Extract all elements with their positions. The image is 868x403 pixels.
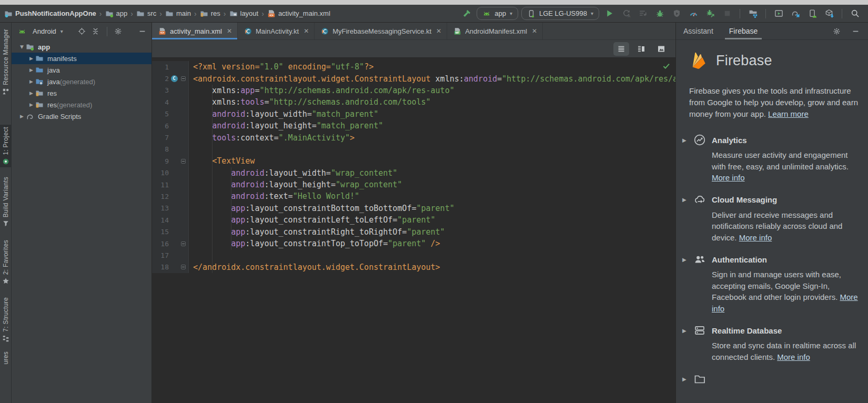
strip-project-icon <box>2 158 9 165</box>
editor-tab-label: MyFirebaseMessagingService.kt <box>332 27 431 35</box>
tool-window-button-7-structure[interactable]: 7: Structure <box>0 295 11 344</box>
gear-icon[interactable] <box>113 26 124 37</box>
firebase-section-header[interactable]: ▶Authentication <box>682 254 868 265</box>
breadcrumb-item[interactable]: main <box>165 9 191 18</box>
tree-expand-arrow-icon[interactable]: ▼ <box>18 44 26 49</box>
debug-button[interactable] <box>653 7 667 20</box>
gradle-sync-button[interactable] <box>789 7 802 20</box>
breadcrumb-item[interactable]: layout <box>229 9 259 18</box>
tool-window-button-build-variants[interactable]: Build Variants <box>0 175 11 229</box>
code-view-button[interactable] <box>613 42 629 56</box>
code-fold-icon[interactable] <box>181 265 186 269</box>
tree-expand-arrow-icon[interactable]: ▶ <box>27 90 35 96</box>
firebase-section-header[interactable]: ▶ <box>682 373 868 385</box>
tree-row-gradle-scripts[interactable]: ▶Gradle Scripts <box>12 110 152 122</box>
more-info-link[interactable]: More info <box>712 173 745 182</box>
firebase-flame-icon <box>689 51 709 70</box>
locate-file-icon[interactable] <box>77 26 87 37</box>
device-select[interactable]: LGE LG-US998▾ <box>521 7 599 20</box>
firebase-section-header[interactable]: ▶Analytics <box>682 134 868 146</box>
tree-expand-arrow-icon[interactable]: ▶ <box>27 56 35 61</box>
code-text: app:layout_constraintLeft_toLeftOf="pare… <box>189 215 436 225</box>
firebase-section-analytics: ▶AnalyticsMeasure user activity and enga… <box>676 134 868 184</box>
tree-expand-arrow-icon[interactable]: ▶ <box>27 102 35 107</box>
panel-tab-assistant[interactable]: Assistant <box>682 23 714 39</box>
build-hammer-button[interactable] <box>460 7 473 20</box>
breadcrumb-item[interactable]: res <box>200 9 220 18</box>
tree-row-java[interactable]: ▶java (generated) <box>12 76 152 87</box>
tree-label: app <box>38 43 50 51</box>
expand-arrow-icon[interactable]: ▶ <box>682 328 688 334</box>
expand-arrow-icon[interactable]: ▶ <box>682 197 688 203</box>
editor-tab-activity-main-xml[interactable]: <>activity_main.xml✕ <box>152 23 238 39</box>
close-icon[interactable]: ✕ <box>304 27 309 35</box>
stop-button[interactable] <box>720 7 734 20</box>
close-icon[interactable]: ✕ <box>436 27 441 35</box>
tree-row-java[interactable]: ▶java <box>12 64 152 76</box>
run-config-select[interactable]: app▾ <box>477 7 518 20</box>
editor-gutter: 8 <box>152 144 189 155</box>
hide-panel-icon[interactable] <box>137 26 147 37</box>
breadcrumb-separator-icon: › <box>193 9 198 18</box>
code-fold-icon[interactable] <box>181 76 186 81</box>
chevron-down-icon[interactable]: ▾ <box>60 28 63 34</box>
breadcrumb-item[interactable]: <>activity_main.xml <box>267 9 330 18</box>
tree-expand-arrow-icon[interactable]: ▶ <box>27 67 35 73</box>
apply-code-changes-button[interactable] <box>636 7 650 20</box>
panel-tab-firebase[interactable]: Firebase <box>728 23 759 39</box>
tool-window-label: 7: Structure <box>2 297 9 332</box>
expand-arrow-icon[interactable]: ▶ <box>682 376 688 382</box>
tool-window-button-2-favorites[interactable]: 2: Favorites <box>0 238 11 287</box>
firebase-assistant-content: Firebase Firebase gives you the tools an… <box>676 40 868 403</box>
profile-button[interactable] <box>687 7 700 20</box>
more-info-link[interactable]: More info <box>739 233 772 242</box>
editor-tab-myfirebasemessagingservice-kt[interactable]: MyFirebaseMessagingService.kt✕ <box>315 23 447 39</box>
tree-row-res[interactable]: ▶res <box>12 87 152 99</box>
constraintlayout-class-gutter-icon[interactable]: C <box>171 75 178 82</box>
project-structure-button[interactable] <box>746 7 760 20</box>
design-view-button[interactable] <box>653 42 669 56</box>
attach-debugger-process-button[interactable] <box>703 7 717 20</box>
device-manager-button[interactable] <box>805 7 819 20</box>
tree-row-app[interactable]: ▼app <box>12 41 152 53</box>
close-icon[interactable]: ✕ <box>532 27 537 35</box>
tree-expand-arrow-icon[interactable]: ▶ <box>27 79 35 84</box>
tree-row-res[interactable]: ▶res (generated) <box>12 99 152 110</box>
hide-panel-icon[interactable] <box>850 26 861 36</box>
run-button[interactable] <box>602 7 616 20</box>
attach-debugger-button[interactable] <box>670 7 683 20</box>
close-icon[interactable]: ✕ <box>227 27 232 35</box>
firebase-section-header[interactable]: ▶Realtime Database <box>682 325 868 336</box>
code-fold-icon[interactable] <box>181 159 186 164</box>
run-window-button[interactable] <box>772 7 785 20</box>
tree-label: Gradle Scripts <box>38 113 81 120</box>
breadcrumb-item[interactable]: src <box>136 9 156 18</box>
learn-more-link[interactable]: Learn more <box>768 109 809 118</box>
code-editor[interactable]: 1<?xml version="1.0" encoding="utf-8"?>2… <box>152 58 675 403</box>
collapse-all-icon[interactable] <box>90 26 101 37</box>
breadcrumb-item[interactable]: app <box>105 9 128 18</box>
gear-icon[interactable] <box>831 26 842 36</box>
folder-manifests-icon <box>35 54 44 63</box>
tool-window-button-ures[interactable]: ures <box>0 349 11 367</box>
tool-window-button-resource-manager[interactable]: Resource Manager <box>0 27 11 97</box>
line-number: 3 <box>152 86 169 94</box>
expand-arrow-icon[interactable]: ▶ <box>682 137 688 143</box>
editor-tab-androidmanifest-xml[interactable]: MFAndroidManifest.xml✕ <box>447 23 543 39</box>
project-view-selector[interactable]: Android <box>33 27 56 35</box>
firebase-section-header[interactable]: ▶Cloud Messaging <box>682 194 868 206</box>
split-view-button[interactable] <box>633 42 649 56</box>
apply-changes-button[interactable]: A <box>619 7 633 20</box>
more-info-link[interactable]: More info <box>777 352 810 361</box>
breadcrumb-item[interactable]: PushNotificationAppOne <box>4 9 96 18</box>
more-info-link[interactable]: More info <box>712 293 858 313</box>
tree-expand-arrow-icon[interactable]: ▶ <box>18 114 26 119</box>
tool-window-button-1-project[interactable]: 1: Project <box>0 125 11 167</box>
search-everywhere-button[interactable] <box>848 7 862 20</box>
tree-row-manifests[interactable]: ▶manifests <box>12 53 152 64</box>
code-fold-icon[interactable] <box>181 241 186 246</box>
expand-arrow-icon[interactable]: ▶ <box>682 257 688 263</box>
editor-tab-mainactivity-kt[interactable]: MainActivity.kt✕ <box>238 23 315 39</box>
editor-gutter: 16 <box>152 238 189 249</box>
sdk-manager-button[interactable] <box>822 7 836 20</box>
